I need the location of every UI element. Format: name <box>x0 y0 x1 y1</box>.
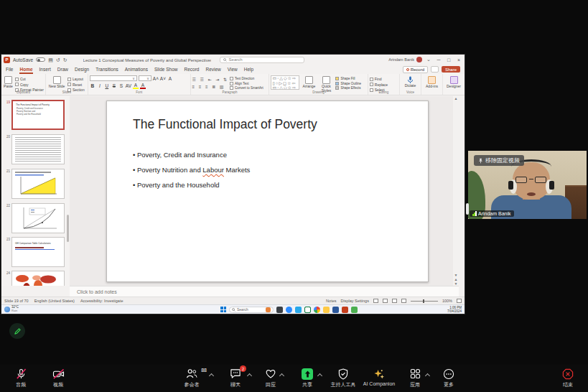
search-input[interactable]: Search <box>220 57 304 63</box>
shape-effects-button[interactable]: Shape Effects <box>335 86 361 90</box>
taskbar-app-icon[interactable] <box>295 307 302 313</box>
zoom-slider[interactable] <box>411 301 438 302</box>
reset-button[interactable]: Reset <box>67 83 85 87</box>
italic-button[interactable]: I <box>97 83 103 88</box>
account-area[interactable]: Arindam Banik <box>388 57 422 62</box>
zoom-level[interactable]: 100% <box>442 299 452 303</box>
save-icon[interactable]: ▤ <box>48 57 53 62</box>
list-buttons[interactable]: ☰ ☰ ⇤ ⇥ ⇅ <box>192 77 229 82</box>
taskbar-powerpoint-icon[interactable] <box>342 307 348 313</box>
more-button[interactable]: 更多 <box>427 368 470 388</box>
tab-animations[interactable]: Animations <box>125 65 148 74</box>
tab-view[interactable]: View <box>228 65 238 74</box>
slideshow-view-icon[interactable] <box>401 299 406 303</box>
smartart-button[interactable]: Convert to SmartArt <box>230 86 263 90</box>
taskbar-explorer-icon[interactable] <box>323 307 330 313</box>
minimize-button[interactable]: ─ <box>435 57 442 62</box>
shape-outline-button[interactable]: Shape Outline <box>335 82 361 85</box>
align-buttons[interactable]: ≡ ≡ ≡ ≣ ▥ <box>192 84 229 89</box>
video-button[interactable]: 视频 <box>37 368 80 388</box>
slide-thumbnail-22[interactable] <box>11 203 65 233</box>
avatar[interactable] <box>416 57 422 62</box>
replace-button[interactable]: Replace <box>370 83 388 87</box>
display-settings-button[interactable]: Display Settings <box>340 299 368 303</box>
taskbar-chrome-icon[interactable] <box>314 307 320 313</box>
close-button[interactable]: × <box>455 57 462 62</box>
comments-icon[interactable] <box>431 66 439 73</box>
align-text-button[interactable]: Align Text <box>230 82 263 85</box>
slide-thumbnail-19[interactable]: The Functional Impact of Poverty Poverty… <box>11 100 65 130</box>
slide-sorter-view-icon[interactable] <box>383 299 388 303</box>
dictate-button[interactable]: Dictate <box>401 75 419 88</box>
tab-record[interactable]: Record <box>184 65 199 74</box>
taskbar-app-icon[interactable] <box>304 307 311 313</box>
bold-button[interactable]: B <box>90 83 95 88</box>
font-color-button[interactable]: A <box>140 83 146 89</box>
taskbar-word-icon[interactable] <box>332 307 339 313</box>
notes-toggle[interactable]: Notes <box>326 299 336 303</box>
shrink-font-icon[interactable]: A˅ <box>160 76 166 81</box>
record-button[interactable]: Record <box>403 66 428 73</box>
tab-file[interactable]: File <box>6 65 13 74</box>
slide-bullets[interactable]: • Poverty, Credit and Insurance • Povert… <box>133 147 250 192</box>
font-name-select[interactable]: ∨ <box>90 75 137 81</box>
text-shadow-button[interactable]: S <box>118 83 124 88</box>
paste-button[interactable]: Paste <box>3 75 14 89</box>
underline-button[interactable]: U <box>104 83 110 88</box>
editor-scrollbar[interactable]: ▲ ▼ ▲ ▼ <box>453 96 459 286</box>
arrange-button[interactable]: Arrange <box>301 75 317 89</box>
slide-title[interactable]: The Functional Impact of Poverty <box>133 117 317 132</box>
grow-font-icon[interactable]: A˄ <box>153 76 159 81</box>
new-slide-button[interactable]: New Slide <box>47 75 66 89</box>
cut-button[interactable]: Cut <box>15 77 44 81</box>
tab-home[interactable]: Home <box>19 65 32 74</box>
designer-button[interactable]: Designer <box>444 75 463 89</box>
copy-button[interactable]: Copy <box>15 83 44 87</box>
text-direction-button[interactable]: Text Direction <box>230 77 263 80</box>
taskbar-search[interactable]: Search <box>229 307 274 313</box>
undo-icon[interactable]: ↺ <box>56 57 60 62</box>
notes-pane[interactable]: Click to add notes <box>70 286 459 297</box>
find-button[interactable]: Find <box>370 77 388 81</box>
scroll-up-icon[interactable]: ▲ <box>453 96 459 101</box>
tab-draw[interactable]: Draw <box>57 65 68 74</box>
fit-slide-icon[interactable] <box>457 299 462 303</box>
restore-button[interactable]: □ <box>445 57 452 62</box>
font-size-select[interactable]: ∨ <box>139 75 151 81</box>
slide-canvas[interactable]: The Functional Impact of Poverty • Pover… <box>106 101 429 282</box>
accessibility-label[interactable]: Accessibility: Investigate <box>80 299 123 303</box>
autosave-toggle[interactable] <box>36 57 45 62</box>
weather-widget[interactable]: 32°C Rain <box>4 306 19 312</box>
redo-icon[interactable]: ↻ <box>63 57 67 62</box>
tab-slide-show[interactable]: Slide Show <box>154 65 178 74</box>
reading-view-icon[interactable] <box>392 299 397 303</box>
webcam-video-tile[interactable]: 移除固定视频 Arindam Banik <box>468 151 587 219</box>
character-spacing-icon[interactable]: AV <box>126 83 131 88</box>
tab-insert[interactable]: Insert <box>39 65 51 74</box>
taskbar-app-icon[interactable] <box>351 307 358 313</box>
shape-fill-button[interactable]: Shape Fill <box>335 77 361 80</box>
addins-button[interactable]: Add-ins <box>423 75 441 89</box>
tab-help[interactable]: Help <box>244 65 253 74</box>
taskbar-zoom-icon[interactable] <box>286 307 292 313</box>
video-panel-resize-handle[interactable] <box>466 203 469 215</box>
language-label[interactable]: English (United States) <box>34 299 75 303</box>
ribbon-options-icon[interactable]: ⌄ <box>425 57 432 62</box>
powerpoint-app-icon[interactable]: P <box>4 57 10 63</box>
shapes-gallery[interactable]: ▭◦△◇☆⇨▯○▷◻☆⇦▭◦△◇☆⇨ <box>271 75 299 90</box>
slide-thumbnail-24[interactable] <box>11 271 65 286</box>
share-button[interactable]: Share <box>442 66 460 73</box>
slide-thumbnail-20[interactable] <box>11 134 65 164</box>
thumbnail-scrollbar[interactable] <box>67 215 69 242</box>
tab-transitions[interactable]: Transitions <box>95 65 118 74</box>
taskbar-clock[interactable]: 1:06 PM 7/04/2024 <box>447 306 462 314</box>
tab-review[interactable]: Review <box>205 65 220 74</box>
tab-design[interactable]: Design <box>75 65 89 74</box>
normal-view-icon[interactable] <box>373 299 378 303</box>
slide-thumbnail-21[interactable] <box>11 169 65 199</box>
participants-chevron[interactable] <box>209 373 214 378</box>
strikethrough-button[interactable]: S <box>111 83 117 88</box>
end-meeting-button[interactable]: 结束 <box>546 368 588 388</box>
slide-thumbnail-23[interactable]: GH Comparison Table Calculations <box>11 237 65 267</box>
start-button[interactable] <box>220 307 226 312</box>
